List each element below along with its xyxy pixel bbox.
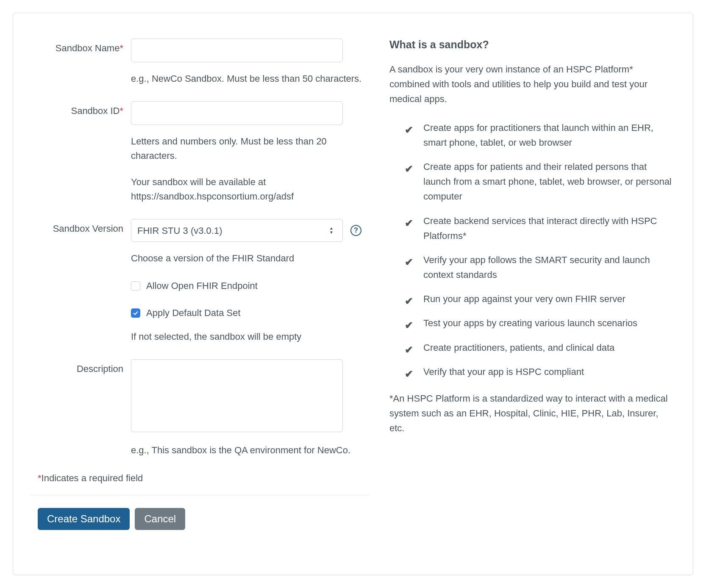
sandbox-name-label: Sandbox Name* xyxy=(30,39,131,54)
check-icon: ✔ xyxy=(405,317,413,333)
required-footnote: *Indicates a required field xyxy=(38,473,369,484)
info-bullet-text: Create backend services that interact di… xyxy=(423,216,657,241)
info-bullet-text: Run your app against your very own FHIR … xyxy=(423,294,625,304)
sandbox-version-label: Sandbox Version xyxy=(30,219,131,234)
info-bullet-item: ✔Verify that your app is HSPC compliant xyxy=(405,364,676,379)
create-sandbox-button[interactable]: Create Sandbox xyxy=(38,508,130,530)
info-title: What is a sandbox? xyxy=(389,39,676,51)
info-bullet-text: Create practitioners, patients, and clin… xyxy=(423,342,614,353)
allow-open-endpoint-label: Allow Open FHIR Endpoint xyxy=(146,280,258,291)
check-icon: ✔ xyxy=(405,161,413,177)
description-label: Description xyxy=(30,359,131,374)
apply-default-dataset-label: Apply Default Data Set xyxy=(146,308,241,319)
info-bullet-text: Verify that your app is HSPC compliant xyxy=(423,366,584,377)
check-icon xyxy=(133,310,139,316)
info-bullet-text: Create apps for patients and their relat… xyxy=(423,161,672,202)
sandbox-id-input[interactable] xyxy=(131,101,343,125)
info-intro: A sandbox is your very own instance of a… xyxy=(389,62,676,107)
info-bullet-item: ✔Create apps for practitioners that laun… xyxy=(405,120,676,150)
info-bullet-item: ✔Create apps for patients and their rela… xyxy=(405,159,676,204)
info-bullet-item: ✔Create practitioners, patients, and cli… xyxy=(405,340,676,355)
sandbox-id-label: Sandbox ID* xyxy=(30,101,131,116)
info-platform-note: *An HSPC Platform is a standardized way … xyxy=(389,391,676,436)
info-bullet-text: Create apps for practitioners that launc… xyxy=(423,122,653,148)
info-bullet-text: Test your apps by creating various launc… xyxy=(423,318,637,328)
sandbox-version-select[interactable]: FHIR STU 3 (v3.0.1) xyxy=(131,219,343,242)
apply-default-dataset-checkbox[interactable] xyxy=(131,308,140,318)
info-bullet-item: ✔Run your app against your very own FHIR… xyxy=(405,291,676,306)
help-icon[interactable]: ? xyxy=(350,225,361,236)
check-icon: ✔ xyxy=(405,215,413,231)
create-sandbox-panel: Sandbox Name* e.g., NewCo Sandbox. Must … xyxy=(13,13,693,575)
apply-default-dataset-hint: If not selected, the sandbox will be emp… xyxy=(131,330,368,344)
description-hint: e.g., This sandbox is the QA environment… xyxy=(131,443,368,458)
check-icon: ✔ xyxy=(405,122,413,138)
cancel-button[interactable]: Cancel xyxy=(135,508,185,530)
create-sandbox-form: Sandbox Name* e.g., NewCo Sandbox. Must … xyxy=(30,39,369,530)
info-bullet-list: ✔Create apps for practitioners that laun… xyxy=(389,120,676,379)
footer-divider xyxy=(30,495,369,495)
sandbox-name-input[interactable] xyxy=(131,39,343,62)
info-bullet-text: Verify your app follows the SMART securi… xyxy=(423,255,650,280)
sandbox-version-hint: Choose a version of the FHIR Standard xyxy=(131,251,368,266)
info-bullet-item: ✔Verify your app follows the SMART secur… xyxy=(405,252,676,282)
allow-open-endpoint-checkbox[interactable] xyxy=(131,281,140,291)
sandbox-id-hint: Letters and numbers only. Must be less t… xyxy=(131,134,368,163)
description-textarea[interactable] xyxy=(131,359,343,432)
check-icon: ✔ xyxy=(405,342,413,358)
sandbox-id-url-preview: Your sandbox will be available at https:… xyxy=(131,175,368,204)
info-bullet-item: ✔Test your apps by creating various laun… xyxy=(405,316,676,330)
check-icon: ✔ xyxy=(405,366,413,382)
check-icon: ✔ xyxy=(405,254,413,270)
check-icon: ✔ xyxy=(405,293,413,309)
sandbox-name-hint: e.g., NewCo Sandbox. Must be less than 5… xyxy=(131,72,368,86)
info-panel: What is a sandbox? A sandbox is your ver… xyxy=(389,39,676,530)
info-bullet-item: ✔Create backend services that interact d… xyxy=(405,214,676,243)
